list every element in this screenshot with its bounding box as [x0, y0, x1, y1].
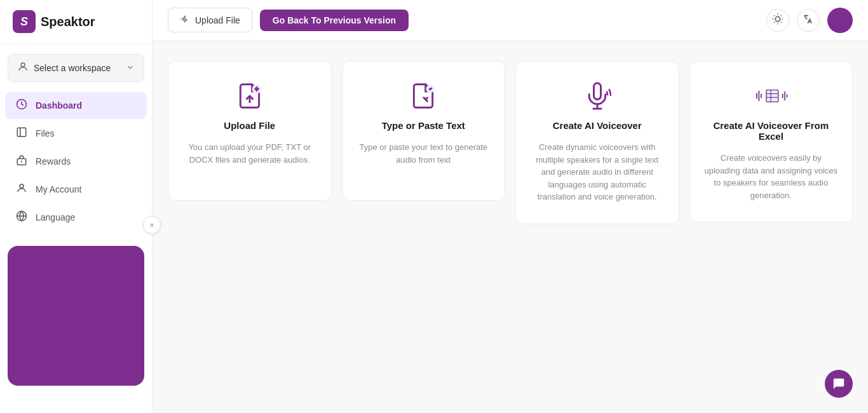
card-ai-voiceover-excel[interactable]: Create AI Voiceover From Excel Create vo… — [689, 61, 853, 222]
sun-icon — [772, 13, 783, 27]
upload-file-button[interactable]: Upload File — [168, 8, 252, 32]
svg-line-16 — [774, 22, 775, 22]
sidebar-item-label-language: Language — [36, 212, 75, 222]
topbar-right — [766, 8, 853, 33]
card-type-paste-desc: Type or paste your text to generate audi… — [355, 141, 492, 166]
voiceover-excel-icon — [753, 82, 789, 110]
avatar[interactable] — [827, 8, 853, 33]
account-icon — [15, 182, 28, 196]
logo-text: Speaktor — [41, 15, 95, 29]
svg-line-13 — [781, 22, 782, 22]
workspace-person-icon — [17, 61, 29, 75]
files-icon — [15, 126, 28, 140]
sidebar-item-files[interactable]: Files — [5, 120, 147, 147]
topbar-left: Upload File Go Back To Previous Version — [168, 8, 409, 32]
theme-toggle-button[interactable] — [766, 9, 789, 32]
card-ai-voiceover-excel-desc: Create voiceovers easily by uploading da… — [703, 152, 840, 201]
dashboard-icon — [15, 98, 28, 112]
sidebar-item-dashboard[interactable]: Dashboard — [5, 92, 147, 119]
svg-point-0 — [21, 63, 25, 67]
type-paste-icon — [409, 82, 437, 110]
sidebar: S Speaktor Select a workspace Dashboard — [0, 0, 153, 413]
go-back-button[interactable]: Go Back To Previous Version — [260, 10, 409, 31]
translate-icon — [803, 13, 814, 27]
rewards-icon — [15, 154, 28, 168]
card-upload-file-desc: You can upload your PDF, TXT or DOCX fil… — [181, 141, 318, 166]
voiceover-icon — [583, 82, 611, 110]
sidebar-item-rewards[interactable]: Rewards — [5, 148, 147, 175]
collapse-icon: « — [150, 220, 154, 229]
logo-icon: S — [13, 10, 36, 33]
sidebar-item-label-account: My Account — [36, 184, 81, 194]
topbar: Upload File Go Back To Previous Version — [153, 0, 868, 41]
card-type-paste[interactable]: Type or Paste Text Type or paste your te… — [342, 61, 506, 201]
svg-rect-2 — [17, 128, 26, 137]
sidebar-item-label-files: Files — [36, 128, 55, 139]
sidebar-item-label-rewards: Rewards — [36, 156, 71, 166]
upload-file-icon — [236, 82, 264, 110]
card-ai-voiceover-desc: Create dynamic voiceovers with multiple … — [529, 141, 666, 203]
main-content: Upload File Go Back To Previous Version — [153, 0, 868, 413]
card-upload-file[interactable]: Upload File You can upload your PDF, TXT… — [168, 61, 332, 201]
sidebar-collapse-button[interactable]: « — [143, 216, 161, 234]
sidebar-item-label-dashboard: Dashboard — [36, 100, 82, 111]
svg-rect-28 — [766, 90, 778, 102]
card-ai-voiceover[interactable]: Create AI Voiceover Create dynamic voice… — [515, 61, 679, 224]
upload-waveform-icon — [180, 14, 190, 26]
chevron-down-icon — [126, 63, 135, 74]
card-ai-voiceover-title: Create AI Voiceover — [553, 120, 642, 131]
workspace-selector[interactable]: Select a workspace — [8, 54, 144, 82]
sidebar-item-language[interactable]: Language — [5, 204, 147, 231]
sidebar-item-account[interactable]: My Account — [5, 176, 147, 203]
workspace-label: Select a workspace — [34, 63, 111, 73]
card-type-paste-title: Type or Paste Text — [382, 120, 465, 131]
svg-line-12 — [774, 15, 775, 16]
svg-line-17 — [781, 15, 782, 16]
card-ai-voiceover-excel-title: Create AI Voiceover From Excel — [703, 120, 840, 142]
language-icon — [15, 210, 28, 224]
svg-point-6 — [20, 184, 24, 188]
cards-area: Upload File You can upload your PDF, TXT… — [153, 41, 868, 413]
nav-menu: Dashboard Files Rewards My Account — [0, 87, 152, 236]
translate-button[interactable] — [797, 9, 820, 32]
logo-area: S Speaktor — [0, 0, 152, 44]
chat-bubble-button[interactable] — [825, 370, 853, 398]
card-upload-file-title: Upload File — [224, 120, 275, 131]
svg-point-9 — [775, 17, 780, 22]
sidebar-promo-block — [8, 246, 144, 386]
